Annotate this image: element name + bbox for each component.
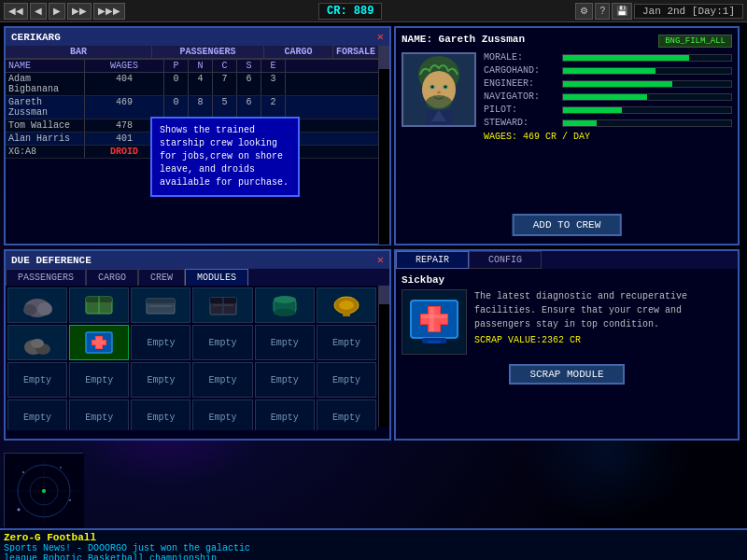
svg-point-28: [437, 91, 441, 94]
engineer-bar-container: [562, 80, 732, 88]
stat-morale: MORALE:: [484, 52, 732, 63]
module-cell-0-4[interactable]: [255, 287, 315, 323]
module-cell-0-3[interactable]: [192, 287, 252, 323]
module-cell-2-5[interactable]: Empty: [317, 362, 376, 398]
module-icon-sickbay: [82, 327, 116, 358]
svg-rect-68: [421, 315, 447, 318]
sickbay-large-icon: [403, 291, 465, 353]
module-cell-0-1[interactable]: [69, 287, 129, 323]
empty-label: Empty: [209, 413, 237, 423]
module-cell-2-4[interactable]: Empty: [255, 362, 315, 398]
repair-sickbay-icon: [402, 289, 467, 355]
bar-section-header: BAR: [6, 46, 151, 59]
bar-panel-title: CERIKARG ✕: [6, 28, 389, 46]
svg-point-34: [37, 302, 52, 315]
scrap-value: SCRAP VALUE:2362 CR: [474, 335, 732, 345]
empty-label: Empty: [23, 413, 51, 423]
module-cell-0-5[interactable]: [317, 287, 376, 323]
toolbar-save[interactable]: 💾: [612, 3, 632, 20]
scrap-module-button[interactable]: SCRAP MODULE: [509, 364, 624, 385]
pilot-bar-container: [562, 106, 732, 114]
bar-scrollbar[interactable]: [378, 46, 389, 245]
module-cell-2-3[interactable]: Empty: [192, 362, 252, 398]
stat-navigator: NAVIGATOR:: [484, 91, 732, 102]
svg-rect-39: [147, 299, 175, 303]
module-cell-2-2[interactable]: Empty: [131, 362, 190, 398]
bar-panel-close[interactable]: ✕: [377, 30, 384, 44]
module-cell-0-0[interactable]: [7, 287, 67, 323]
module-cell-1-3[interactable]: Empty: [192, 325, 252, 360]
module-cell-2-0[interactable]: Empty: [7, 362, 67, 398]
empty-label: Empty: [85, 413, 113, 423]
repair-panel: REPAIR CONFIG Sickbay: [394, 249, 740, 441]
module-cell-0-2[interactable]: [131, 287, 190, 323]
svg-point-74: [22, 471, 24, 473]
toolbar-settings[interactable]: ⚙: [575, 3, 593, 20]
svg-point-29: [426, 95, 452, 110]
module-cell-3-0[interactable]: Empty: [7, 399, 67, 430]
svg-point-47: [274, 309, 296, 316]
svg-point-49: [339, 301, 354, 310]
date-display: Jan 2nd [Day:1]: [634, 4, 743, 19]
svg-rect-70: [428, 341, 441, 343]
toolbar-next[interactable]: ▶▶: [67, 3, 92, 20]
svg-rect-44: [213, 304, 233, 306]
toolbar-help[interactable]: ?: [595, 3, 610, 20]
module-cell-2-1[interactable]: Empty: [69, 362, 129, 398]
tab-passengers[interactable]: PASSENGERS: [6, 269, 86, 286]
module-cell-3-4[interactable]: Empty: [255, 399, 315, 430]
toolbar-play[interactable]: ▶: [49, 3, 65, 20]
module-cell-1-0[interactable]: [7, 325, 67, 360]
svg-rect-60: [92, 341, 106, 344]
stat-engineer: ENGINEER:: [484, 78, 732, 89]
cr-display: CR: 889: [318, 3, 382, 20]
tab-modules[interactable]: MODULES: [185, 269, 248, 286]
empty-label: Empty: [209, 338, 237, 348]
module-cell-3-2[interactable]: Empty: [131, 399, 190, 430]
portrait-svg: [403, 54, 474, 125]
wages-text: WAGES: 469 CR / DAY: [484, 132, 732, 142]
ship-scrollbar[interactable]: [378, 286, 389, 427]
ship-panel-close[interactable]: ✕: [377, 253, 384, 267]
hire-btn-top[interactable]: BNG_FILM_ALL: [658, 35, 732, 48]
stat-cargohand: CARGOHAND:: [484, 65, 732, 76]
tab-crew[interactable]: CREW: [138, 269, 185, 286]
ship-scrollbar-thumb[interactable]: [379, 286, 389, 304]
module-cell-1-5[interactable]: Empty: [317, 325, 376, 360]
toolbar-prev[interactable]: ◀: [30, 3, 47, 20]
bar-scrollbar-thumb[interactable]: [379, 46, 389, 69]
module-cell-3-3[interactable]: Empty: [192, 399, 252, 430]
module-cell-3-1[interactable]: Empty: [69, 399, 129, 430]
empty-label: Empty: [147, 375, 175, 385]
bar-panel: CERIKARG ✕ BAR PASSENGERS CARGO FORSALE: [4, 26, 391, 245]
toolbar-fast[interactable]: ▶▶▶: [93, 3, 125, 20]
empty-label: Empty: [332, 413, 360, 423]
pilot-label: PILOT:: [484, 105, 558, 115]
module-cell-sickbay[interactable]: [69, 325, 129, 360]
toolbar-rewind[interactable]: ◀◀: [4, 3, 28, 20]
mini-map[interactable]: [4, 453, 83, 527]
char-content: MORALE: CARGOHAND: ENGINEER: NAVIGATOR:: [402, 52, 732, 142]
tab-config[interactable]: CONFIG: [469, 251, 542, 269]
forsale-section-header: FORSALE: [333, 46, 378, 59]
col-wages: WAGES: [85, 60, 164, 72]
char-name: NAME: Gareth Zussman: [402, 34, 525, 45]
module-icon-cargo-green: [82, 289, 116, 321]
module-cell-1-4[interactable]: Empty: [255, 325, 315, 360]
steward-label: STEWARD:: [484, 118, 558, 128]
tab-cargo[interactable]: CARGO: [86, 269, 138, 286]
steward-bar-container: [562, 119, 732, 127]
module-icon-rocks2: [21, 327, 54, 358]
repair-content: Sickbay: [396, 269, 738, 394]
module-icon-container: [144, 289, 177, 321]
add-to-crew-button[interactable]: ADD TO CREW: [513, 214, 622, 236]
svg-point-77: [18, 509, 21, 511]
module-cell-1-2[interactable]: Empty: [131, 325, 190, 360]
crew-row-0[interactable]: Adam Bigbanana 404 0 4 7 6 3: [6, 73, 378, 96]
morale-label: MORALE:: [484, 52, 558, 63]
stat-steward: STEWARD:: [484, 118, 732, 128]
module-icon-rocks: [21, 289, 54, 321]
module-cell-3-5[interactable]: Empty: [317, 399, 376, 430]
tab-repair[interactable]: REPAIR: [396, 251, 469, 269]
repair-desc-area: The latest diagnostic and recuperative f…: [474, 289, 732, 345]
